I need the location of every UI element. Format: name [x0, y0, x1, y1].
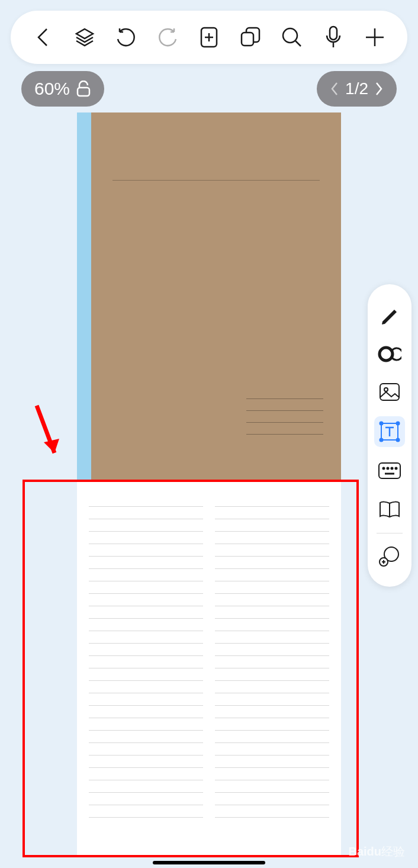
shapes-tool[interactable]	[374, 541, 405, 572]
zoom-pill[interactable]: 60%	[21, 71, 104, 107]
cover-spine	[77, 112, 91, 481]
unlock-icon	[76, 81, 91, 97]
lined-column-right	[215, 506, 329, 843]
side-divider	[377, 533, 403, 533]
top-toolbar	[11, 11, 407, 64]
svg-rect-3	[330, 27, 337, 40]
redo-button[interactable]	[153, 22, 182, 52]
page-2-lined[interactable]	[77, 481, 341, 855]
book-tool[interactable]	[374, 494, 405, 525]
copy-button[interactable]	[236, 22, 265, 52]
text-tool[interactable]	[374, 416, 405, 447]
add-button[interactable]	[360, 22, 390, 52]
home-indicator	[153, 861, 265, 864]
image-tool[interactable]	[374, 377, 405, 408]
zoom-level: 60%	[34, 79, 70, 99]
lined-column-left	[89, 506, 203, 843]
svg-point-11	[380, 438, 384, 442]
page-1-cover[interactable]	[77, 112, 341, 481]
pen-tool[interactable]	[374, 299, 405, 330]
keyboard-tool[interactable]	[374, 455, 405, 486]
undo-button[interactable]	[111, 22, 141, 52]
svg-point-9	[380, 422, 384, 426]
svg-rect-4	[78, 88, 89, 96]
svg-point-15	[387, 468, 389, 470]
voice-button[interactable]	[319, 22, 348, 52]
add-page-button[interactable]	[194, 22, 224, 52]
watermark: Baidu经验	[348, 844, 405, 860]
svg-point-17	[396, 468, 397, 470]
page-indicator: 1/2	[345, 79, 368, 98]
layers-button[interactable]	[70, 22, 99, 52]
svg-point-5	[380, 348, 393, 361]
lasso-tool[interactable]	[374, 338, 405, 369]
cover-title-line	[112, 180, 320, 181]
chevron-right-icon[interactable]	[374, 81, 384, 97]
search-button[interactable]	[277, 22, 307, 52]
svg-point-7	[384, 388, 388, 391]
svg-rect-6	[380, 384, 399, 400]
svg-point-12	[396, 438, 400, 442]
cover-info-lines	[246, 398, 323, 446]
document-viewport[interactable]	[0, 112, 418, 868]
watermark-brand: Baidu经验	[348, 844, 405, 860]
svg-rect-13	[379, 463, 400, 478]
svg-rect-1	[242, 33, 253, 46]
chevron-left-icon[interactable]	[330, 81, 339, 97]
side-toolbar	[368, 284, 411, 587]
cover-body	[91, 112, 341, 481]
page-nav-pill[interactable]: 1/2	[317, 71, 397, 107]
svg-point-10	[396, 422, 400, 426]
svg-point-14	[383, 468, 385, 470]
back-button[interactable]	[28, 22, 58, 52]
status-row: 60% 1/2	[0, 71, 418, 107]
svg-point-2	[283, 28, 297, 43]
svg-point-16	[391, 468, 393, 470]
